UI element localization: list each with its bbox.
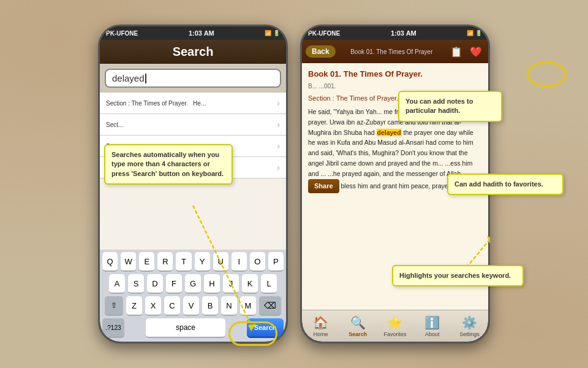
nav-about[interactable]: ℹ️ About bbox=[413, 310, 451, 342]
left-status-bar: PK-UFONE 1:03 AM 📶 🔋 bbox=[100, 26, 286, 40]
header-icons-circle bbox=[527, 61, 567, 87]
chevron-icon-1: › bbox=[277, 98, 280, 108]
key-b[interactable]: B bbox=[202, 296, 218, 316]
shift-key[interactable]: ⇧ bbox=[105, 296, 123, 316]
key-y[interactable]: Y bbox=[195, 252, 210, 272]
search-input-box[interactable]: delayed bbox=[105, 69, 281, 88]
reader-icon-group: 📋 ❤️ bbox=[448, 43, 484, 60]
key-w[interactable]: W bbox=[121, 252, 136, 272]
search-input-value: delayed bbox=[112, 73, 145, 83]
key-h[interactable]: H bbox=[204, 274, 220, 294]
result-item-2[interactable]: Sect... › bbox=[100, 114, 286, 136]
delete-key[interactable]: ⌫ bbox=[259, 296, 281, 316]
book-title-header: Book 01. The Times Of Prayer bbox=[338, 48, 445, 55]
search-icon: 🔍 bbox=[350, 315, 366, 330]
result-item-1[interactable]: Section : The Times of Prayer. He... › bbox=[100, 93, 286, 114]
highlighted-keyword: delayed bbox=[377, 129, 402, 136]
key-v[interactable]: V bbox=[183, 296, 199, 316]
keyboard-row-2: A S D F G H J K L bbox=[100, 272, 286, 294]
key-e[interactable]: E bbox=[139, 252, 154, 272]
tooltip-add-notes: You can add notes to particular hadith. bbox=[398, 91, 502, 122]
key-t[interactable]: T bbox=[176, 252, 191, 272]
right-status-bar: PK-UFONE 1:03 AM 📶 🔋 bbox=[302, 26, 488, 40]
favorites-icon: ⭐ bbox=[387, 315, 402, 330]
left-signal: 📶 🔋 bbox=[265, 30, 280, 36]
home-icon: 🏠 bbox=[313, 315, 328, 330]
tooltip-highlights-text: Highlights your searches keyword. bbox=[399, 272, 511, 279]
tooltip-auto-search-text: Searches automatically when you type mor… bbox=[111, 151, 224, 177]
key-q[interactable]: Q bbox=[102, 252, 118, 272]
tooltip-favorites-text: Can add hadith to favorites. bbox=[454, 180, 543, 188]
search-screen-title: Search bbox=[100, 40, 286, 64]
keyboard-row-3: ⇧ Z X C V B N M ⌫ bbox=[100, 294, 286, 316]
key-c[interactable]: C bbox=[164, 296, 180, 316]
nav-settings-label: Settings bbox=[459, 331, 480, 337]
key-m[interactable]: M bbox=[240, 296, 256, 316]
key-o[interactable]: O bbox=[250, 252, 265, 272]
key-u[interactable]: U bbox=[213, 252, 228, 272]
nums-key[interactable]: .?123 bbox=[102, 318, 124, 338]
chevron-icon-2: › bbox=[277, 120, 280, 129]
book-subtitle: B... ...001. bbox=[308, 82, 482, 91]
key-r[interactable]: R bbox=[157, 252, 173, 272]
share-button[interactable]: Share bbox=[308, 179, 339, 194]
add-note-button[interactable]: 📋 bbox=[448, 43, 465, 60]
search-key[interactable]: Search bbox=[247, 318, 284, 338]
space-key[interactable]: space bbox=[146, 318, 225, 338]
tooltip-favorites: Can add hadith to favorites. bbox=[447, 174, 564, 195]
left-carrier: PK-UFONE bbox=[106, 30, 138, 37]
right-carrier: PK-UFONE bbox=[308, 30, 340, 37]
chevron-icon-4: › bbox=[277, 163, 280, 172]
chevron-icon-3: › bbox=[277, 141, 280, 151]
nav-home[interactable]: 🏠 Home bbox=[302, 310, 339, 342]
right-signal: 📶 🔋 bbox=[467, 30, 482, 36]
back-button[interactable]: Back bbox=[306, 45, 336, 58]
key-g[interactable]: G bbox=[185, 274, 201, 294]
key-f[interactable]: F bbox=[166, 274, 182, 294]
key-z[interactable]: Z bbox=[126, 296, 142, 316]
key-s[interactable]: S bbox=[128, 274, 144, 294]
key-x[interactable]: X bbox=[145, 296, 161, 316]
keyboard-row-1: Q W E R T Y U I O P bbox=[100, 250, 286, 272]
nav-favorites[interactable]: ⭐ Favorites bbox=[377, 310, 414, 342]
key-i[interactable]: I bbox=[232, 252, 247, 272]
nav-favorites-label: Favorites bbox=[383, 331, 406, 337]
favorite-button[interactable]: ❤️ bbox=[467, 43, 484, 60]
book-chapter-title: Book 01. The Times Of Prayer. bbox=[308, 68, 482, 80]
tooltip-auto-search: Searches automatically when you type mor… bbox=[104, 144, 233, 185]
keyboard-bottom-row: .?123 space Search bbox=[100, 316, 286, 342]
tooltip-highlights: Highlights your searches keyword. bbox=[392, 265, 524, 286]
settings-icon: ⚙️ bbox=[462, 315, 477, 330]
tooltip-notes-text: You can add notes to particular hadith. bbox=[405, 98, 473, 114]
key-k[interactable]: K bbox=[242, 274, 258, 294]
key-a[interactable]: A bbox=[109, 274, 125, 294]
left-time: 1:03 AM bbox=[189, 29, 214, 37]
result-text-2: Sect... bbox=[106, 121, 277, 128]
text-cursor bbox=[145, 74, 146, 83]
nav-home-label: Home bbox=[313, 331, 328, 337]
reader-header: Back Book 01. The Times Of Prayer 📋 ❤️ bbox=[302, 40, 488, 63]
keyboard[interactable]: Q W E R T Y U I O P A S D bbox=[100, 250, 286, 342]
key-d[interactable]: D bbox=[147, 274, 163, 294]
result-text-1: Section : The Times of Prayer. He... bbox=[106, 100, 277, 107]
about-icon: ℹ️ bbox=[424, 315, 440, 330]
bottom-navigation: 🏠 Home 🔍 Search ⭐ Favorites ℹ️ About bbox=[302, 310, 488, 342]
key-p[interactable]: P bbox=[268, 252, 284, 272]
right-time: 1:03 AM bbox=[391, 29, 417, 37]
nav-about-label: About bbox=[425, 331, 440, 337]
nav-search[interactable]: 🔍 Search bbox=[339, 310, 377, 342]
key-j[interactable]: J bbox=[223, 274, 239, 294]
nav-settings[interactable]: ⚙️ Settings bbox=[451, 310, 488, 342]
key-l[interactable]: L bbox=[261, 274, 277, 294]
nav-search-label: Search bbox=[349, 331, 367, 337]
key-n[interactable]: N bbox=[221, 296, 237, 316]
search-input-area[interactable]: delayed bbox=[100, 64, 286, 93]
